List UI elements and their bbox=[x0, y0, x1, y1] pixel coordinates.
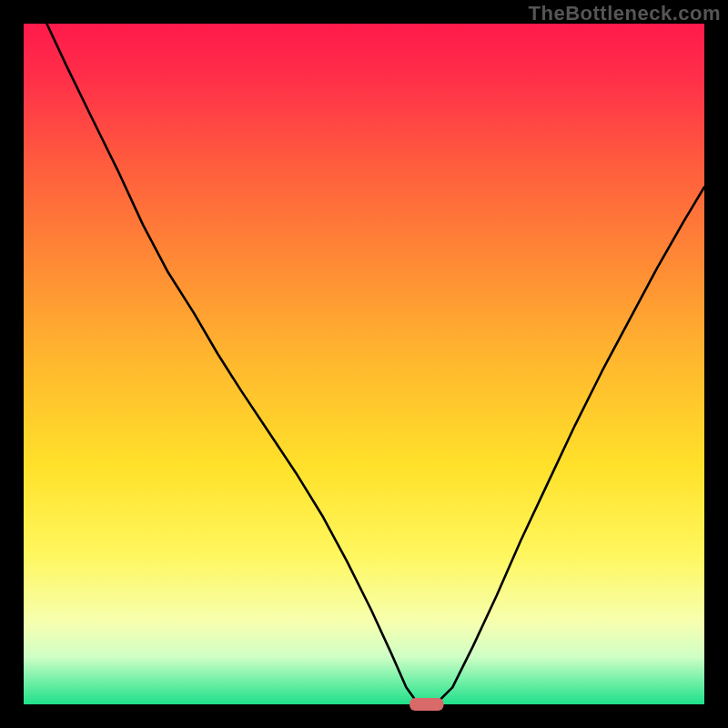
bottleneck-chart bbox=[0, 0, 728, 728]
chart-frame: TheBottleneck.com bbox=[0, 0, 728, 728]
watermark-text: TheBottleneck.com bbox=[529, 2, 721, 25]
chart-gradient-bg bbox=[24, 24, 704, 704]
optimal-marker bbox=[410, 698, 443, 711]
